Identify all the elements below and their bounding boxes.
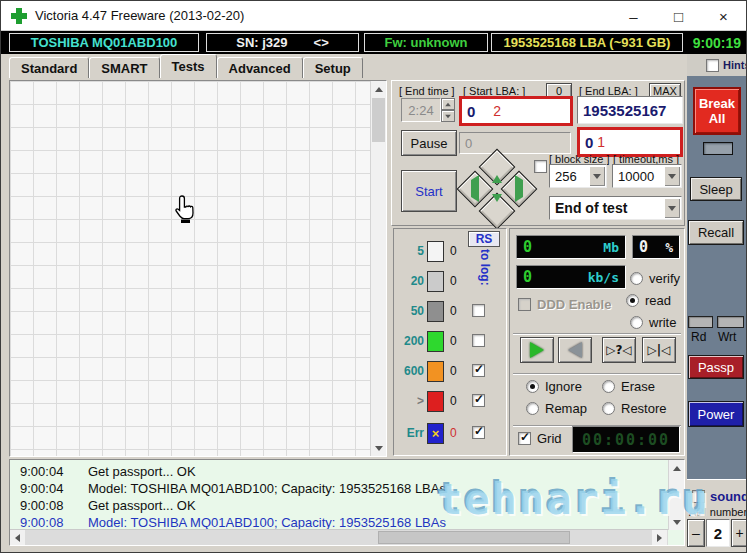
remap-radio[interactable]	[526, 402, 539, 415]
api-minus-button[interactable]: –	[687, 519, 705, 547]
log-over-checkbox[interactable]	[472, 394, 485, 407]
scroll-down-icon[interactable]	[669, 514, 684, 530]
sleep-button[interactable]: Sleep	[690, 177, 742, 201]
speed-bin-count: 0	[450, 334, 457, 348]
kbs-value: 0	[523, 268, 532, 286]
log-text: Get passport... OK	[80, 464, 196, 479]
hints-row[interactable]: Hints	[687, 54, 747, 76]
log-entry: 9:00:08 Get passport... OK	[10, 497, 196, 514]
transport-bar: ▷?◁ ▷|◁	[514, 337, 682, 371]
speed-bin-swatch	[427, 301, 444, 322]
restore-label: Restore	[621, 401, 667, 416]
log-time: 9:00:04	[10, 481, 80, 496]
block-size-select[interactable]: 256	[549, 164, 607, 188]
remap-radio-row[interactable]: Remap	[526, 401, 587, 416]
end-time-spinner[interactable]: 2:24	[401, 98, 455, 122]
restore-radio-row[interactable]: Restore	[602, 401, 667, 416]
verify-radio[interactable]	[630, 272, 643, 285]
scroll-up-icon[interactable]	[669, 460, 684, 476]
scroll-left-icon[interactable]	[10, 530, 25, 545]
end-lba2-extra: 1	[597, 134, 605, 150]
sound-checkbox[interactable]	[692, 490, 705, 503]
log-600-checkbox[interactable]	[472, 364, 485, 377]
end-lba-field[interactable]: 1953525167	[577, 96, 683, 124]
error-bin-label: Err	[394, 426, 424, 440]
grid-checkbox[interactable]	[518, 432, 531, 445]
rd-indicator	[688, 316, 713, 328]
log-err-checkbox[interactable]	[472, 426, 485, 439]
clock: 9:00:19	[693, 33, 741, 52]
timeout-select[interactable]: 10000	[612, 164, 682, 188]
tab-setup[interactable]: Setup	[303, 57, 363, 78]
tab-advanced[interactable]: Advanced	[217, 57, 303, 78]
start-button[interactable]: Start	[401, 170, 457, 212]
speed-bin-count: 0	[450, 394, 457, 408]
log-entry: 9:00:04 Get passport... OK	[10, 463, 196, 480]
scan-question-button[interactable]: ▷?◁	[602, 337, 636, 363]
close-button[interactable]: ×	[701, 1, 746, 31]
reverse-icon	[568, 342, 582, 358]
speed-bin-label: 5	[394, 244, 424, 258]
test-surface-panel	[9, 80, 387, 457]
speed-bin-swatch	[427, 331, 444, 352]
start-lba-field[interactable]: 0 2	[459, 96, 573, 126]
write-radio[interactable]	[630, 316, 643, 329]
hints-checkbox[interactable]	[706, 59, 719, 72]
spin-up-icon[interactable]	[441, 98, 455, 110]
write-radio-row[interactable]: write	[630, 315, 676, 330]
drive-model: TOSHIBA MQ01ABD100	[9, 33, 199, 52]
api-plus-button[interactable]: +	[731, 519, 747, 547]
restore-radio[interactable]	[602, 402, 615, 415]
skip-button[interactable]: ▷|◁	[642, 337, 676, 363]
recall-button[interactable]: Recall	[688, 220, 744, 245]
activity-led	[703, 142, 733, 155]
grid-scrollbar[interactable]	[370, 81, 386, 456]
speed-bin-label: >	[394, 394, 424, 408]
tab-smart[interactable]: SMART	[89, 57, 159, 78]
speed-bin-label: 200	[394, 334, 424, 348]
play-button[interactable]	[520, 337, 554, 363]
end-of-test-select[interactable]: End of test	[549, 196, 682, 220]
scroll-thumb[interactable]	[378, 531, 570, 544]
passp-button[interactable]: Passp	[688, 355, 744, 379]
reverse-button[interactable]	[558, 337, 592, 363]
erase-radio[interactable]	[602, 380, 615, 393]
log-vertical-scrollbar[interactable]	[668, 460, 684, 530]
error-bin-swatch: ×	[427, 423, 444, 444]
grid-checkbox-row[interactable]: Grid	[518, 431, 562, 446]
scroll-thumb[interactable]	[372, 98, 385, 142]
read-radio-row[interactable]: read	[626, 293, 671, 308]
dropdown-arrow-icon[interactable]	[589, 166, 605, 186]
scroll-down-icon[interactable]	[371, 440, 386, 456]
minimize-button[interactable]: –	[611, 1, 656, 31]
log-text: Model: TOSHIBA MQ01ABD100; Capacity: 195…	[80, 481, 446, 496]
ignore-radio[interactable]	[526, 380, 539, 393]
log-horizontal-scrollbar[interactable]	[10, 529, 668, 545]
api-number-value: 2	[706, 519, 730, 547]
tab-tests[interactable]: Tests	[160, 54, 217, 78]
power-button[interactable]: Power	[688, 401, 744, 427]
percent-unit: %	[665, 240, 673, 255]
verify-radio-row[interactable]: verify	[630, 271, 680, 286]
read-radio[interactable]	[626, 294, 639, 307]
log-50-checkbox[interactable]	[472, 304, 485, 317]
scan-grid[interactable]	[10, 81, 370, 456]
dropdown-arrow-icon[interactable]	[664, 166, 680, 186]
spin-down-icon[interactable]	[441, 110, 455, 122]
break-all-button[interactable]: Break All	[693, 87, 741, 135]
dropdown-arrow-icon[interactable]	[664, 198, 680, 218]
ddd-enable-checkbox[interactable]	[518, 298, 531, 311]
verify-label: verify	[649, 271, 680, 286]
rs-button[interactable]: RS	[468, 231, 500, 247]
timeout-value: 10000	[618, 169, 654, 184]
scroll-right-icon[interactable]	[652, 530, 667, 545]
ignore-radio-row[interactable]: Ignore	[526, 379, 582, 394]
erase-radio-row[interactable]: Erase	[602, 379, 655, 394]
scroll-up-icon[interactable]	[371, 81, 386, 97]
pause-button[interactable]: Pause	[401, 130, 457, 156]
tab-standard[interactable]: Standard	[9, 57, 89, 78]
end-lba2-value: 0	[585, 134, 593, 151]
nav-option-checkbox[interactable]	[534, 160, 547, 173]
log-200-checkbox[interactable]	[472, 334, 485, 347]
maximize-button[interactable]: □	[656, 1, 701, 31]
